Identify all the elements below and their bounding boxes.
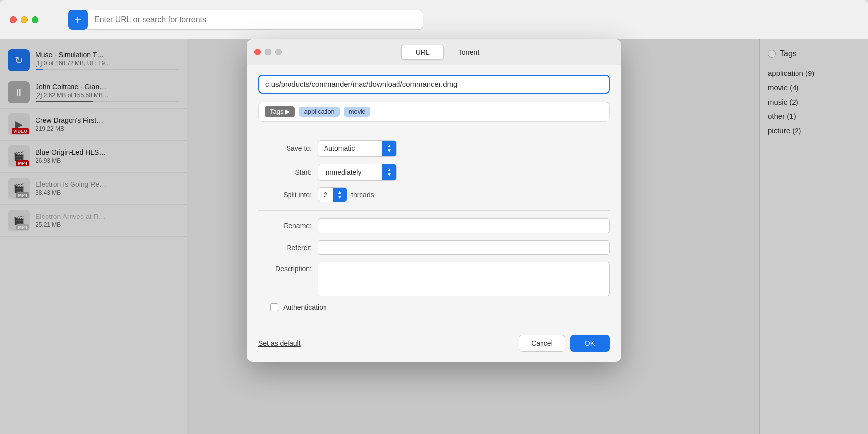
rename-input[interactable] [318, 218, 610, 233]
modal-traffic-lights [254, 49, 282, 55]
chevron-down-icon: ▼ [337, 195, 342, 200]
threads-wrapper: 2 ▲ ▼ threads [318, 187, 374, 202]
modal-footer: Set as default Cancel OK [247, 329, 621, 362]
tags-arrow-icon: ▶ [285, 108, 290, 115]
split-into-row: Split into: 2 ▲ ▼ threads [258, 187, 610, 202]
split-into-label: Split into: [258, 191, 318, 199]
save-to-value: Automatic [318, 142, 382, 155]
modal-titlebar: URL Torrent [247, 39, 621, 65]
start-select[interactable]: Immediately ▲ ▼ [318, 164, 397, 181]
description-input[interactable] [318, 262, 610, 296]
threads-stepper[interactable]: ▲ ▼ [333, 188, 347, 202]
save-to-label: Save to: [258, 145, 318, 152]
modal-minimize-button[interactable] [265, 49, 271, 55]
add-download-button[interactable]: + [68, 10, 88, 30]
modal-tabs: URL Torrent [282, 45, 614, 60]
save-to-select[interactable]: Automatic ▲ ▼ [318, 140, 397, 157]
modal-close-button[interactable] [254, 49, 261, 55]
tag-badge-movie[interactable]: movie [344, 107, 371, 117]
start-stepper[interactable]: ▲ ▼ [382, 164, 396, 180]
title-bar: + [0, 0, 868, 39]
set-default-link[interactable]: Set as default [258, 339, 301, 347]
modal-maximize-button[interactable] [275, 49, 282, 55]
close-button[interactable] [10, 16, 17, 23]
rename-row: Rename: [258, 218, 610, 233]
section-divider [258, 210, 610, 211]
referer-input[interactable] [318, 240, 610, 255]
content-area: ↻ Muse - Simulation T… [1] 0 of 160.72 M… [0, 39, 868, 434]
url-input[interactable] [265, 80, 603, 88]
modal-overlay: URL Torrent Tags ▶ [0, 39, 868, 434]
auth-row: Authentication [258, 303, 610, 311]
threads-value: 2 [318, 188, 333, 202]
footer-buttons: Cancel OK [519, 335, 610, 352]
threads-label: threads [351, 191, 374, 199]
cancel-button[interactable]: Cancel [519, 335, 565, 352]
start-value: Immediately [318, 165, 382, 179]
search-input[interactable] [88, 10, 423, 30]
start-row: Start: Immediately ▲ ▼ [258, 164, 610, 181]
maximize-button[interactable] [32, 16, 38, 23]
url-input-wrapper [258, 75, 610, 94]
description-row: Description: [258, 262, 610, 296]
auth-checkbox[interactable] [270, 303, 278, 311]
chevron-down-icon: ▼ [387, 148, 392, 153]
tab-url[interactable]: URL [401, 45, 444, 60]
add-url-modal: URL Torrent Tags ▶ [247, 39, 621, 362]
minimize-button[interactable] [21, 16, 28, 23]
auth-label: Authentication [283, 303, 327, 311]
description-label: Description: [258, 262, 318, 273]
modal-body: Tags ▶ application movie Save to: Automa… [247, 65, 621, 329]
tag-badge-application[interactable]: application [299, 107, 339, 117]
search-bar: + [68, 10, 423, 30]
threads-input[interactable]: 2 ▲ ▼ [318, 187, 347, 202]
tags-row: Tags ▶ application movie [258, 102, 610, 122]
referer-label: Referer: [258, 244, 318, 252]
tags-button[interactable]: Tags ▶ [265, 106, 295, 117]
rename-label: Rename: [258, 222, 318, 230]
save-to-row: Save to: Automatic ▲ ▼ [258, 140, 610, 157]
save-to-stepper[interactable]: ▲ ▼ [382, 141, 396, 156]
chevron-down-icon: ▼ [387, 172, 392, 177]
tab-torrent[interactable]: Torrent [444, 45, 494, 60]
ok-button[interactable]: OK [570, 335, 610, 352]
start-label: Start: [258, 168, 318, 176]
referer-row: Referer: [258, 240, 610, 255]
tags-button-label: Tags [270, 108, 283, 115]
form-section: Save to: Automatic ▲ ▼ Start: [258, 132, 610, 202]
app-window: + ↻ Muse - Simulation T… [1] 0 of 160.72… [0, 0, 868, 434]
traffic-lights [10, 16, 38, 23]
